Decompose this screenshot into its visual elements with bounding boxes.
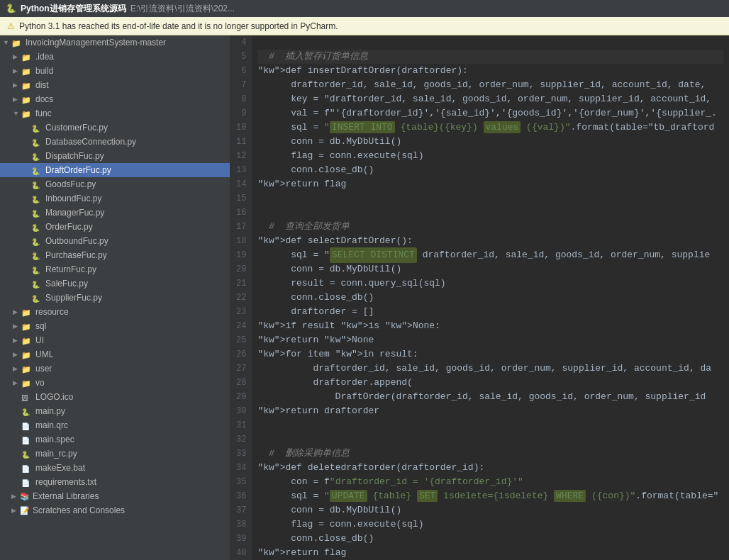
label-resource: resource — [35, 307, 69, 317]
code-line-10: sql = "INSERT INTO {table}({key}) values… — [257, 121, 723, 135]
sidebar-item-PurchaseFuc[interactable]: PurchaseFuc.py — [0, 248, 230, 262]
line-num-4: 4 — [236, 35, 246, 50]
app-title: Python进销存管理系统源码 — [21, 3, 126, 15]
line-num-33: 33 — [236, 447, 246, 461]
line-num-25: 25 — [236, 333, 246, 347]
code-editor[interactable]: 4567891011121314151617181920212223242526… — [230, 35, 729, 560]
code-line-28: draftorder.append( — [257, 376, 723, 390]
sidebar-items-container: .ideabuilddistdocsfuncCustomerFuc.pyData… — [0, 50, 230, 489]
sidebar-item-SupplierFuc[interactable]: SupplierFuc.py — [0, 291, 230, 305]
sidebar-item-OutboundFuc[interactable]: OutboundFuc.py — [0, 234, 230, 248]
sidebar-item-ManagerFuc[interactable]: ManagerFuc.py — [0, 206, 230, 220]
label-user: user — [35, 364, 52, 374]
label-DraftOrderFuc: DraftOrderFuc.py — [45, 165, 111, 175]
code-line-12: flag = conn.execute(sql) — [257, 149, 723, 163]
icon-OutboundFuc — [31, 237, 43, 245]
line-num-14: 14 — [236, 177, 246, 191]
icon-CustomerFuc — [31, 123, 43, 132]
sidebar-item-LOGO[interactable]: LOGO.ico — [0, 390, 230, 404]
sidebar-item-GoodsFuc[interactable]: GoodsFuc.py — [0, 177, 230, 191]
arrow-func — [13, 110, 21, 117]
arrow-vo — [13, 379, 21, 386]
icon-resource — [21, 308, 33, 316]
warning-message: Python 3.1 has reached its end-of-life d… — [19, 21, 338, 31]
sidebar-item-vo[interactable]: vo — [0, 376, 230, 390]
line-num-18: 18 — [236, 234, 246, 248]
line-num-20: 20 — [236, 262, 246, 276]
sidebar-item-SaleFuc[interactable]: SaleFuc.py — [0, 276, 230, 291]
code-content[interactable]: # 插入暂存订货单信息 "kw">def insertDraftOrder(dr… — [252, 35, 729, 560]
scratches-label: Scratches and Consoles — [33, 505, 125, 515]
title-bar: 🐍 Python进销存管理系统源码 E:\引流资料\引流资料\202... — [0, 0, 729, 17]
ext-lib-icon: 📚 — [20, 492, 30, 501]
sidebar-item-DraftOrderFuc[interactable]: DraftOrderFuc.py — [0, 163, 230, 177]
warning-bar: ⚠ Python 3.1 has reached its end-of-life… — [0, 17, 729, 35]
icon-main_rc — [21, 449, 33, 458]
line-num-35: 35 — [236, 475, 246, 489]
sidebar-item-makeExe[interactable]: makeExe.bat — [0, 461, 230, 475]
code-line-34: "kw">def deletedraftorder(draftorder_id)… — [257, 461, 723, 475]
line-num-5: 5 — [236, 50, 246, 64]
code-line-20: conn = db.MyDbUtil() — [257, 262, 723, 276]
icon-GoodsFuc — [31, 180, 43, 189]
sidebar-item-main_qrc[interactable]: main.qrc — [0, 418, 230, 432]
label-sql: sql — [35, 321, 46, 331]
code-line-33: # 删除采购单信息 — [257, 447, 723, 461]
label-UI: UI — [35, 335, 44, 345]
code-line-22: conn.close_db() — [257, 291, 723, 305]
sidebar-item-build[interactable]: build — [0, 64, 230, 78]
sidebar-item-resource[interactable]: resource — [0, 305, 230, 319]
sidebar-item-dist[interactable]: dist — [0, 78, 230, 92]
label-dist: dist — [35, 80, 49, 90]
arrow-docs — [13, 96, 21, 103]
sidebar-item-external-libraries[interactable]: 📚 External Libraries — [0, 489, 230, 503]
arrow-sql — [13, 323, 21, 330]
sidebar-item-func[interactable]: func — [0, 106, 230, 121]
sidebar-item-DispatchFuc[interactable]: DispatchFuc.py — [0, 149, 230, 163]
sidebar-item-InboundFuc[interactable]: InboundFuc.py — [0, 191, 230, 206]
sidebar-root[interactable]: InvoicingManagementSystem-master — [0, 35, 230, 50]
line-num-37: 37 — [236, 503, 246, 517]
arrow-dist — [13, 82, 21, 89]
sidebar-item-sql[interactable]: sql — [0, 319, 230, 333]
icon-PurchaseFuc — [31, 251, 43, 259]
code-line-26: "kw">for item "kw">in result: — [257, 347, 723, 362]
line-num-24: 24 — [236, 319, 246, 333]
code-line-27: draftorder_id, sale_id, goods_id, order_… — [257, 362, 723, 376]
icon-sql — [21, 322, 33, 330]
line-num-36: 36 — [236, 489, 246, 503]
icon-SaleFuc — [31, 279, 43, 288]
icon-func — [21, 109, 33, 118]
sidebar-item-ReturnFuc[interactable]: ReturnFuc.py — [0, 262, 230, 276]
sidebar-item-main_spec[interactable]: main.spec — [0, 432, 230, 447]
sidebar-item-idea[interactable]: .idea — [0, 50, 230, 64]
project-sidebar: InvoicingManagementSystem-master .ideabu… — [0, 35, 230, 560]
sidebar-item-main_py[interactable]: main.py — [0, 404, 230, 418]
scratches-icon: 📝 — [20, 506, 30, 515]
sidebar-item-requirements[interactable]: requirements.txt — [0, 475, 230, 489]
sidebar-item-docs[interactable]: docs — [0, 92, 230, 106]
sidebar-item-scratches[interactable]: 📝 Scratches and Consoles — [0, 503, 230, 517]
sidebar-item-DatabaseConnection[interactable]: DatabaseConnection.py — [0, 135, 230, 149]
app-icon: 🐍 — [6, 4, 16, 13]
icon-DraftOrderFuc — [31, 166, 43, 174]
sidebar-item-user[interactable]: user — [0, 362, 230, 376]
label-main_spec: main.spec — [35, 435, 74, 444]
line-num-27: 27 — [236, 362, 246, 376]
sidebar-item-OrderFuc[interactable]: OrderFuc.py — [0, 220, 230, 234]
arrow-resource — [13, 308, 21, 315]
code-line-24: "kw">if result "kw">is "kw">None: — [257, 319, 723, 333]
arrow-UI — [13, 337, 21, 344]
line-num-21: 21 — [236, 276, 246, 291]
sidebar-item-UI[interactable]: UI — [0, 333, 230, 347]
code-line-7: draftorder_id, sale_id, goods_id, order_… — [257, 78, 723, 92]
code-line-30: "kw">return draftorder — [257, 404, 723, 418]
line-num-30: 30 — [236, 404, 246, 418]
code-line-25: "kw">return "kw">None — [257, 333, 723, 347]
sidebar-item-CustomerFuc[interactable]: CustomerFuc.py — [0, 121, 230, 135]
sidebar-item-UML[interactable]: UML — [0, 347, 230, 362]
code-line-23: draftorder = [] — [257, 305, 723, 319]
sidebar-item-main_rc[interactable]: main_rc.py — [0, 447, 230, 461]
icon-docs — [21, 95, 33, 103]
line-numbers: 4567891011121314151617181920212223242526… — [230, 35, 252, 560]
